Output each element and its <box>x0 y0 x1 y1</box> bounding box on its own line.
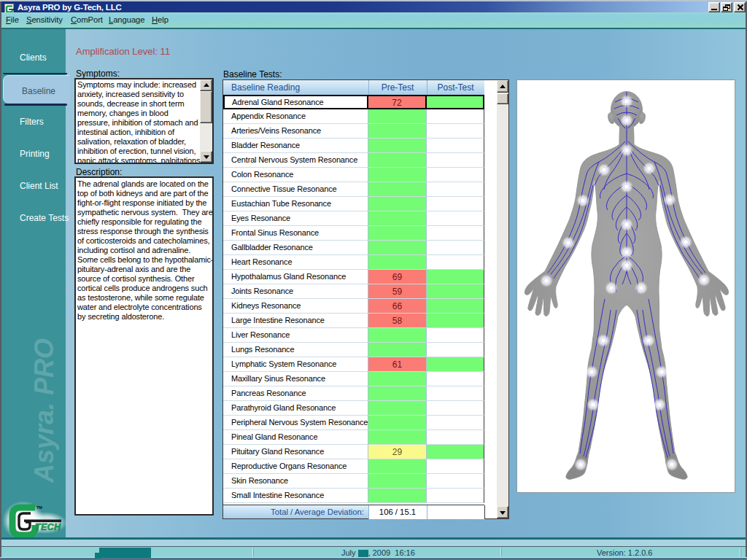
svg-text:TM: TM <box>36 505 42 510</box>
svg-text:TECH: TECH <box>35 522 61 532</box>
